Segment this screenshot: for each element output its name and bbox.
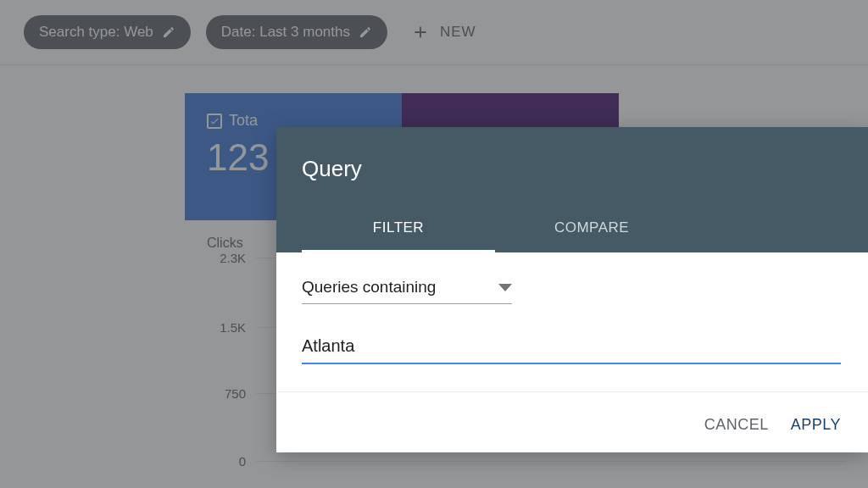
dialog-actions: CANCEL APPLY xyxy=(276,391,868,452)
query-filter-dialog: Query FILTER COMPARE Queries containing … xyxy=(276,127,868,452)
filter-type-select[interactable]: Queries containing xyxy=(302,273,512,304)
query-input[interactable] xyxy=(302,333,841,364)
tab-compare[interactable]: COMPARE xyxy=(495,208,688,252)
dialog-header: Query FILTER COMPARE xyxy=(276,127,868,252)
chevron-down-icon xyxy=(498,284,512,291)
cancel-button[interactable]: CANCEL xyxy=(704,416,769,434)
tab-filter[interactable]: FILTER xyxy=(302,208,495,252)
dialog-title: Query xyxy=(302,156,843,182)
dialog-body: Queries containing xyxy=(276,252,868,371)
dialog-tabs: FILTER COMPARE xyxy=(302,208,843,252)
select-label: Queries containing xyxy=(302,278,478,297)
apply-button[interactable]: APPLY xyxy=(791,416,841,434)
